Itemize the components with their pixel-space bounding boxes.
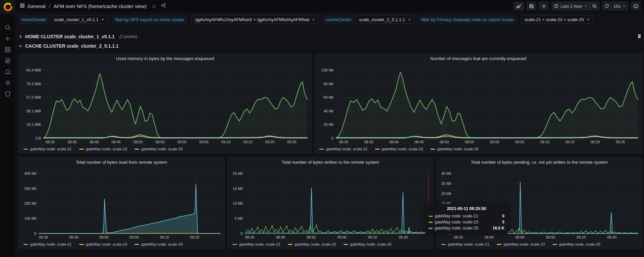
row-title: HOME CLUSTER scale_cluster_1_v5.1.1 — [25, 34, 115, 39]
legend-item[interactable]: gateWay node: scale-23 — [288, 242, 336, 246]
legend-item[interactable]: gateWay node: scale-23 — [375, 147, 423, 151]
svg-text:0 B: 0 B — [35, 136, 41, 140]
chevron-down-icon — [18, 44, 22, 48]
svg-text:08:50: 08:50 — [133, 140, 143, 144]
svg-text:09:15: 09:15 — [566, 140, 575, 144]
legend-item[interactable]: gateWay node: scale-25 — [135, 147, 183, 151]
panel-title[interactable]: Total number of bytes read from remote s… — [19, 158, 224, 166]
variables-bar: homeCluster scale_cluster_1_v5.1.1 filte… — [18, 15, 642, 24]
legend-item[interactable]: gateWay node: scale-21 — [441, 242, 489, 246]
panel-title[interactable]: Number of messages that are currently en… — [315, 54, 642, 63]
time-range-picker[interactable]: Last 1 hour — [551, 2, 590, 10]
refresh-interval-picker[interactable]: 10s — [611, 2, 628, 10]
legend-item[interactable]: gateWay node: scale-25 — [135, 242, 183, 246]
refresh-button[interactable] — [602, 2, 611, 10]
svg-text:300 Mil: 300 Mil — [24, 187, 36, 191]
legend-item[interactable]: gateWay node: scale-25 — [430, 147, 479, 151]
panel-title[interactable]: Used memory in bytes by the messages enq… — [19, 54, 311, 63]
add-panel-button[interactable] — [514, 2, 524, 10]
legend-item[interactable]: gateWay node: scale-25 — [552, 242, 601, 246]
svg-text:09:10: 09:10 — [368, 235, 377, 239]
panel-title[interactable]: Total number of bytes pending, i.e. not … — [436, 158, 642, 166]
svg-text:08:30: 08:30 — [454, 235, 463, 239]
server-admin-shield-icon[interactable] — [2, 91, 13, 97]
panel-title[interactable]: Total number of bytes written to the rem… — [228, 158, 433, 166]
zoom-out-time-button[interactable] — [590, 2, 599, 10]
row-drag-handle-icon[interactable] — [638, 34, 641, 40]
svg-text:100 Mil: 100 Mil — [24, 216, 36, 220]
alerting-bell-icon[interactable] — [2, 68, 13, 75]
save-dashboard-button[interactable] — [527, 2, 536, 10]
explore-compass-icon[interactable] — [2, 57, 13, 64]
dashboard-settings-button[interactable] — [539, 2, 549, 10]
search-icon[interactable] — [2, 24, 13, 31]
star-icon[interactable]: ☆ — [151, 3, 156, 9]
svg-text:08:50: 08:50 — [440, 140, 449, 144]
svg-text:15 Mil: 15 Mil — [232, 187, 242, 191]
dashboards-icon[interactable] — [2, 46, 13, 53]
svg-text:09:10: 09:10 — [577, 235, 586, 239]
legend-item[interactable]: gateWay node: scale-21 — [232, 242, 281, 246]
series-color-dash — [430, 149, 435, 150]
cycle-view-mode-button[interactable] — [631, 2, 641, 10]
variable-label-nfs-filter[interactable]: filter by NFS export on home cluster — [112, 15, 187, 24]
configuration-gear-icon[interactable] — [2, 80, 13, 86]
side-menu — [0, 0, 15, 257]
grafana-logo-icon[interactable] — [0, 0, 15, 14]
create-plus-icon[interactable] — [2, 35, 13, 42]
legend-item[interactable]: gateWay node: scale-25 — [343, 242, 392, 246]
legend-item[interactable]: gateWay node: scale-21 — [23, 147, 72, 151]
panel-bytes-read: Total number of bytes read from remote s… — [18, 157, 225, 249]
variable-value-cache-cluster[interactable]: scale_cluster_2_5.1.1.1 — [356, 15, 414, 24]
svg-text:08:35: 08:35 — [67, 140, 77, 144]
svg-text:09:10: 09:10 — [221, 140, 231, 144]
row-title: CACHE CLUSTER scale_cluster_2_5.1.1.1 — [25, 43, 119, 49]
svg-text:08:50: 08:50 — [307, 235, 316, 239]
chart-canvas[interactable]: 0 B19.1 MiB38.1 MiB57.2 MiB76.3 MiB95.4 … — [19, 63, 311, 145]
series-color-dash — [429, 222, 433, 223]
legend-item[interactable]: gateWay node: scale-23 — [497, 242, 545, 246]
chart-canvas[interactable]: 05 Mil10 Mil15 Mil20 Mil08:3008:4008:500… — [228, 166, 433, 240]
chart-canvas[interactable]: 0100 Mil200 Mil300 Mil400 Mil08:3008:400… — [19, 166, 224, 240]
series-color-dash — [375, 149, 380, 150]
tooltip-series-value: 16.0 K — [493, 226, 504, 230]
svg-text:100 Mil: 100 Mil — [322, 68, 333, 72]
chevron-down-icon — [623, 4, 626, 9]
chevron-down-icon — [101, 18, 105, 21]
breadcrumb-separator: / — [49, 3, 50, 9]
svg-text:5 Mil: 5 Mil — [234, 216, 242, 220]
svg-text:09:00: 09:00 — [490, 140, 499, 144]
series-color-dash — [135, 244, 139, 245]
variable-value-home-cluster[interactable]: scale_cluster_1_v5.1.1 — [51, 15, 108, 24]
time-series-graph[interactable]: 05 Mil10 Mil15 Mil20 Mil08:3008:4008:500… — [228, 166, 433, 240]
breadcrumb-section[interactable]: General — [28, 3, 45, 9]
page-title[interactable]: AFM over NFS (home/cache cluster view) — [54, 3, 147, 9]
variable-label-gateway-filter[interactable]: filter by Primary Gateway node on cache … — [419, 15, 517, 24]
variable-label-home-cluster[interactable]: homeCluster — [18, 15, 49, 24]
row-header-cache-cluster[interactable]: CACHE CLUSTER scale_cluster_2_5.1.1.1 — [18, 42, 642, 50]
variable-value-nfs-export[interactable]: /gpfs/myAFMfs1/myAFMfset2 + /gpfs/myAFMf… — [192, 15, 319, 24]
svg-text:09:00: 09:00 — [177, 140, 187, 144]
legend-item[interactable]: gateWay node: scale-23 — [79, 147, 127, 151]
row-header-home-cluster[interactable]: HOME CLUSTER scale_cluster_1_v5.1.1 (2 p… — [18, 32, 642, 41]
time-series-graph[interactable]: 020 Mil40 Mil60 Mil80 Mil100 Mil08:3008:… — [315, 63, 642, 145]
svg-text:20 Mil: 20 Mil — [441, 192, 451, 196]
tooltip-row: gateWay node: scale-25: 16.0 K — [429, 225, 504, 231]
variable-label-cache-cluster[interactable]: cacheCluster — [323, 15, 354, 24]
svg-text:08:55: 08:55 — [465, 140, 474, 144]
svg-text:95.4 MiB: 95.4 MiB — [26, 68, 41, 72]
svg-text:09:20: 09:20 — [591, 140, 600, 144]
legend-item[interactable]: gateWay node: scale-23 — [79, 242, 127, 246]
variable-value-gateway-nodes[interactable]: scale-21 + scale-23 + scale-25 — [521, 15, 593, 24]
time-series-graph[interactable]: 0100 Mil200 Mil300 Mil400 Mil08:3008:400… — [19, 166, 224, 240]
legend-item[interactable]: gateWay node: scale-21 — [319, 147, 368, 151]
legend-item[interactable]: gateWay node: scale-21 — [23, 242, 72, 246]
chart-canvas[interactable]: 020 Mil40 Mil60 Mil80 Mil100 Mil08:3008:… — [315, 63, 642, 145]
svg-text:08:40: 08:40 — [69, 235, 78, 239]
share-icon[interactable] — [161, 3, 166, 9]
time-series-graph[interactable]: 0 B19.1 MiB38.1 MiB57.2 MiB76.3 MiB95.4 … — [19, 63, 311, 145]
svg-text:400 Mil: 400 Mil — [24, 171, 36, 175]
tooltip-row: gateWay node: scale-21: 0 — [429, 213, 504, 219]
panel-legend: gateWay node: scale-21 gateWay node: sca… — [228, 240, 433, 248]
svg-text:09:20: 09:20 — [190, 235, 200, 239]
